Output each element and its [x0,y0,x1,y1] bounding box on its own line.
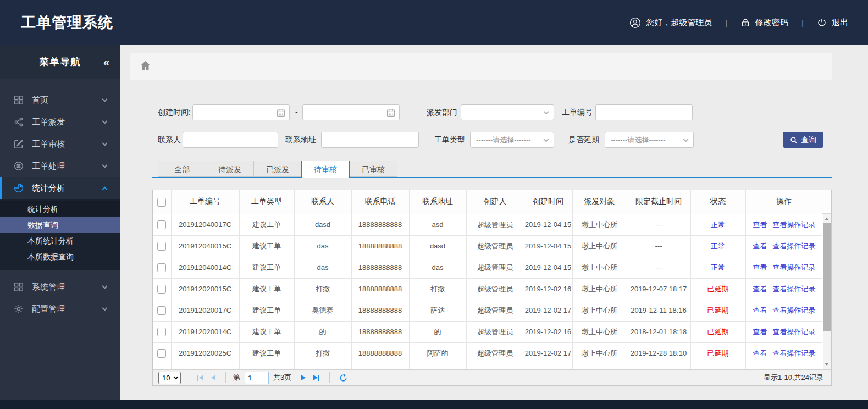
col-order-type: 工单类型 [239,190,294,214]
table-row: 201912040015C 建议工单 das 18888888888 dasd … [153,235,822,257]
view-log-link[interactable]: 查看操作记录 [772,242,815,250]
sidebar-item-home[interactable]: 首页 [0,89,120,111]
page-size-select[interactable]: 10 [158,372,181,384]
sidebar-item-statistics[interactable]: 统计分析 [0,177,120,199]
order-no-input[interactable] [595,104,693,120]
sidebar-item-config[interactable]: 配置管理 [0,298,120,320]
scrollbar-track[interactable] [823,214,831,369]
gear-icon [14,304,25,314]
cell-creator: 超级管理员 [466,342,524,364]
create-time-label: 创建时间: [158,104,191,120]
select-all-checkbox[interactable] [157,198,166,207]
view-log-link[interactable]: 查看操作记录 [772,328,815,336]
row-checkbox[interactable] [157,349,166,358]
user-menu[interactable]: 您好，超级管理员 [629,17,712,29]
cell-order-no: 201912020014C [171,321,239,342]
order-type-select[interactable]: -------请选择------- [470,132,554,148]
logout-label: 退出 [832,18,848,28]
cell-creator: 超级管理员 [466,300,524,321]
view-link[interactable]: 查看 [753,285,767,293]
sidebar-item-review[interactable]: 工单审核 [0,133,120,155]
pagination-bar: 10 第 共3页 显示1-10,共24记录 [152,369,832,386]
scrollbar-thumb[interactable] [823,223,831,331]
view-link[interactable]: 查看 [753,220,767,229]
delay-select[interactable]: -------请选择------- [605,132,694,148]
view-link[interactable]: 查看 [753,349,767,357]
address-input[interactable] [321,132,419,148]
last-page-button[interactable] [313,375,319,381]
tab-pending-dispatch[interactable]: 待派发 [206,161,254,177]
col-dispatch-target: 派发对象 [572,190,627,214]
view-log-link[interactable]: 查看操作记录 [772,349,815,357]
prev-page-button[interactable] [211,375,215,380]
view-log-link[interactable]: 查看操作记录 [772,263,815,272]
logout-button[interactable]: 退出 [817,18,848,28]
status-tabs: 全部 待派发 已派发 待审核 已审核 [152,161,832,178]
status-badge: 已延期 [690,321,745,342]
sidebar-item-process[interactable]: 工单处理 [0,155,120,177]
page-number-input[interactable] [245,372,269,384]
calendar-icon[interactable] [277,108,285,117]
date-from-input[interactable] [192,104,290,120]
cell-order-no: 201912020017C [171,300,239,321]
sidebar-item-dispatch[interactable]: 工单派发 [0,111,120,133]
cell-create-time: 2019-12-02 17 [524,342,572,364]
app-title: 工单管理系统 [0,13,113,32]
view-log-link[interactable]: 查看操作记录 [772,306,815,314]
tab-all[interactable]: 全部 [158,161,206,177]
submenu-item-statistics[interactable]: 统计分析 [0,201,120,217]
sidebar-item-label: 工单派发 [32,117,103,128]
sidebar-item-label: 统计分析 [32,183,103,194]
cell-address: dasd [409,235,466,257]
grid-icon [14,282,25,292]
tab-dispatched[interactable]: 已派发 [253,161,302,177]
cell-create-time: 2019-12-04 15 [524,214,572,235]
cell-order-no: 201912020025C [171,342,239,364]
cell-contact: das [294,257,351,278]
submenu-item-local-data-query[interactable]: 本所数据查询 [0,249,120,265]
col-create-time: 创建时间 [524,190,572,214]
view-link[interactable]: 查看 [753,242,767,250]
view-link[interactable]: 查看 [753,328,767,336]
refresh-icon[interactable] [339,374,347,382]
cell-creator: 超级管理员 [466,214,524,235]
calendar-icon[interactable] [386,108,395,117]
row-checkbox[interactable] [157,285,166,294]
user-icon [629,17,641,29]
row-checkbox[interactable] [157,242,166,251]
row-checkbox[interactable] [157,263,166,272]
tab-pending-review[interactable]: 待审核 [301,161,350,178]
chevron-down-icon [102,305,108,311]
view-log-link[interactable]: 查看操作记录 [772,220,815,229]
dispatch-dept-select[interactable] [461,104,554,120]
view-link[interactable]: 查看 [753,263,767,272]
change-password-button[interactable]: 修改密码 [740,18,788,28]
row-checkbox[interactable] [157,328,166,336]
date-to-input[interactable] [302,104,400,120]
cell-dispatch-target: 墩上中心所 [572,300,627,321]
sidebar-item-label: 配置管理 [32,304,103,314]
col-creator: 创建人 [466,190,524,214]
scrollbar-header-spacer [822,190,831,214]
home-icon[interactable] [140,60,151,73]
first-page-button[interactable] [197,375,203,381]
cell-operations: 查看查看操作记录 [745,278,822,300]
view-link[interactable]: 查看 [753,306,767,314]
row-checkbox[interactable] [157,220,166,229]
submenu-item-local-statistics[interactable]: 本所统计分析 [0,233,120,249]
contact-input[interactable] [183,132,278,148]
row-checkbox[interactable] [157,306,166,315]
cell-deadline: --- [627,214,690,235]
cell-dispatch-target: 墩上中心所 [572,342,627,364]
sidebar-item-system[interactable]: 系统管理 [0,276,120,298]
next-page-button[interactable] [301,375,306,380]
col-contact: 联系人 [294,190,351,214]
scroll-down-icon[interactable] [823,360,831,368]
submenu-item-data-query[interactable]: 数据查询 [0,217,120,233]
status-badge: 正常 [690,235,745,257]
collapse-sidebar-icon[interactable]: « [103,57,109,68]
search-button[interactable]: 查询 [783,132,823,148]
view-log-link[interactable]: 查看操作记录 [772,285,815,293]
scroll-up-icon[interactable] [823,215,831,223]
tab-reviewed[interactable]: 已审核 [349,161,397,177]
